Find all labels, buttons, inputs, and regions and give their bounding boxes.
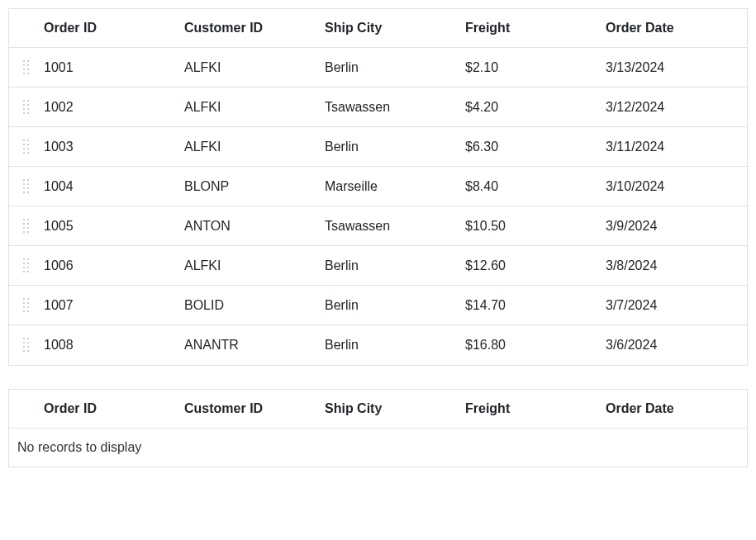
source-grid-header: Order ID Customer ID Ship City Freight O… <box>9 9 747 48</box>
cell-freight: $14.70 <box>465 288 606 323</box>
table-row[interactable]: 1002ALFKITsawassen$4.203/12/2024 <box>9 88 747 127</box>
cell-orderdate: 3/13/2024 <box>606 50 746 85</box>
cell-orderdate: 3/7/2024 <box>606 288 746 323</box>
column-header-freight[interactable]: Freight <box>465 390 606 428</box>
column-header-shipcity[interactable]: Ship City <box>325 390 465 428</box>
drag-handle-icon[interactable] <box>9 179 44 194</box>
table-row[interactable]: 1008ANANTRBerlin$16.803/6/2024 <box>9 325 747 365</box>
table-row[interactable]: 1003ALFKIBerlin$6.303/11/2024 <box>9 127 747 167</box>
drag-handle-icon[interactable] <box>9 100 44 115</box>
column-header-customerid[interactable]: Customer ID <box>184 390 325 428</box>
drag-cell[interactable] <box>9 219 44 234</box>
cell-freight: $8.40 <box>465 169 606 204</box>
cell-orderdate: 3/6/2024 <box>606 328 746 362</box>
drag-cell[interactable] <box>9 100 44 115</box>
cell-shipcity: Berlin <box>325 288 465 323</box>
cell-freight: $16.80 <box>465 328 606 362</box>
cell-orderdate: 3/12/2024 <box>606 90 746 125</box>
table-row[interactable]: 1001ALFKIBerlin$2.103/13/2024 <box>9 48 747 88</box>
column-header-orderdate[interactable]: Order Date <box>606 390 746 428</box>
cell-customerid: ALFKI <box>184 90 325 125</box>
cell-shipcity: Marseille <box>325 169 465 204</box>
cell-customerid: ANANTR <box>184 328 325 362</box>
target-grid: Order ID Customer ID Ship City Freight O… <box>8 389 748 467</box>
table-row[interactable]: 1004BLONPMarseille$8.403/10/2024 <box>9 167 747 206</box>
drag-handle-icon[interactable] <box>9 219 44 234</box>
drag-column-header <box>9 390 44 428</box>
column-header-shipcity[interactable]: Ship City <box>325 9 465 47</box>
cell-orderdate: 3/8/2024 <box>606 249 746 283</box>
empty-records-text: No records to display <box>9 429 747 467</box>
drag-column-header <box>9 9 44 47</box>
drag-handle-icon[interactable] <box>9 140 44 154</box>
drag-cell[interactable] <box>9 60 44 75</box>
column-header-customerid[interactable]: Customer ID <box>184 9 325 47</box>
column-header-freight[interactable]: Freight <box>465 9 606 47</box>
cell-orderid: 1001 <box>44 50 184 85</box>
drag-handle-icon[interactable] <box>9 298 44 313</box>
cell-orderid: 1004 <box>44 169 184 204</box>
drag-cell[interactable] <box>9 258 44 273</box>
cell-freight: $4.20 <box>465 90 606 125</box>
cell-shipcity: Berlin <box>325 249 465 283</box>
drag-handle-icon[interactable] <box>9 60 44 75</box>
cell-orderid: 1002 <box>44 90 184 125</box>
column-header-orderid[interactable]: Order ID <box>44 9 184 47</box>
cell-shipcity: Tsawassen <box>325 90 465 125</box>
target-grid-rows: No records to display <box>9 429 747 467</box>
cell-freight: $2.10 <box>465 50 606 85</box>
cell-shipcity: Tsawassen <box>325 209 465 244</box>
cell-shipcity: Berlin <box>325 50 465 85</box>
drag-handle-icon[interactable] <box>9 258 44 273</box>
cell-customerid: ALFKI <box>184 130 325 164</box>
cell-orderid: 1005 <box>44 209 184 244</box>
cell-customerid: ANTON <box>184 209 325 244</box>
cell-customerid: ALFKI <box>184 50 325 85</box>
table-row[interactable]: 1007BOLIDBerlin$14.703/7/2024 <box>9 286 747 325</box>
column-header-orderid[interactable]: Order ID <box>44 390 184 428</box>
cell-customerid: BOLID <box>184 288 325 323</box>
drag-cell[interactable] <box>9 140 44 154</box>
cell-customerid: ALFKI <box>184 249 325 283</box>
column-header-orderdate[interactable]: Order Date <box>606 9 746 47</box>
drag-handle-icon[interactable] <box>9 338 44 353</box>
table-row[interactable]: 1005ANTONTsawassen$10.503/9/2024 <box>9 206 747 246</box>
cell-orderid: 1003 <box>44 130 184 164</box>
cell-shipcity: Berlin <box>325 130 465 164</box>
cell-orderdate: 3/10/2024 <box>606 169 746 204</box>
source-grid-rows: 1001ALFKIBerlin$2.103/13/20241002ALFKITs… <box>9 48 747 365</box>
cell-freight: $6.30 <box>465 130 606 164</box>
cell-customerid: BLONP <box>184 169 325 204</box>
cell-freight: $12.60 <box>465 249 606 283</box>
source-grid: Order ID Customer ID Ship City Freight O… <box>8 8 748 366</box>
cell-orderid: 1006 <box>44 249 184 283</box>
table-row[interactable]: 1006ALFKIBerlin$12.603/8/2024 <box>9 246 747 286</box>
cell-orderdate: 3/11/2024 <box>606 130 746 164</box>
cell-orderid: 1007 <box>44 288 184 323</box>
cell-shipcity: Berlin <box>325 328 465 362</box>
drag-cell[interactable] <box>9 298 44 313</box>
target-grid-header: Order ID Customer ID Ship City Freight O… <box>9 390 747 429</box>
cell-orderid: 1008 <box>44 328 184 362</box>
cell-freight: $10.50 <box>465 209 606 244</box>
drag-cell[interactable] <box>9 338 44 353</box>
drag-cell[interactable] <box>9 179 44 194</box>
cell-orderdate: 3/9/2024 <box>606 209 746 244</box>
